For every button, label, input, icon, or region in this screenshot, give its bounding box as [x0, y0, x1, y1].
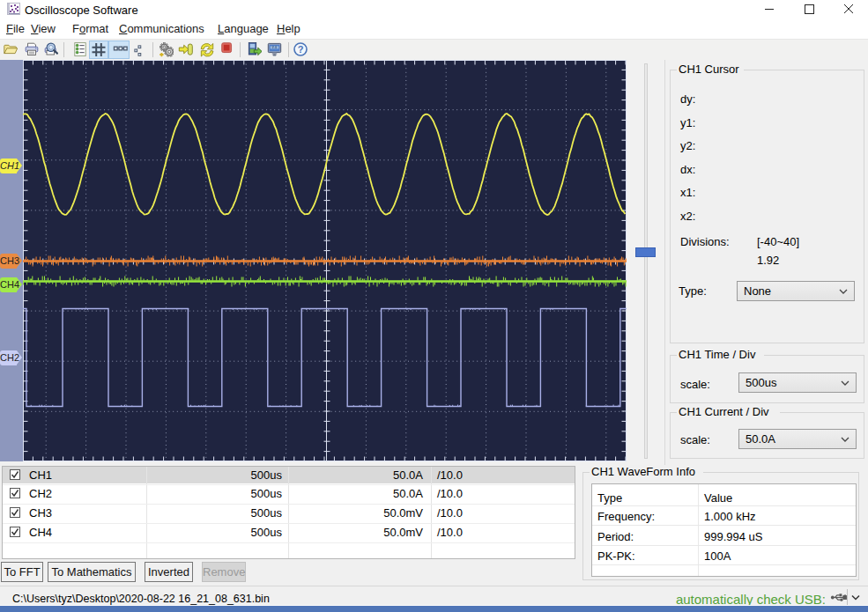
svg-text:?: ? — [298, 44, 304, 55]
